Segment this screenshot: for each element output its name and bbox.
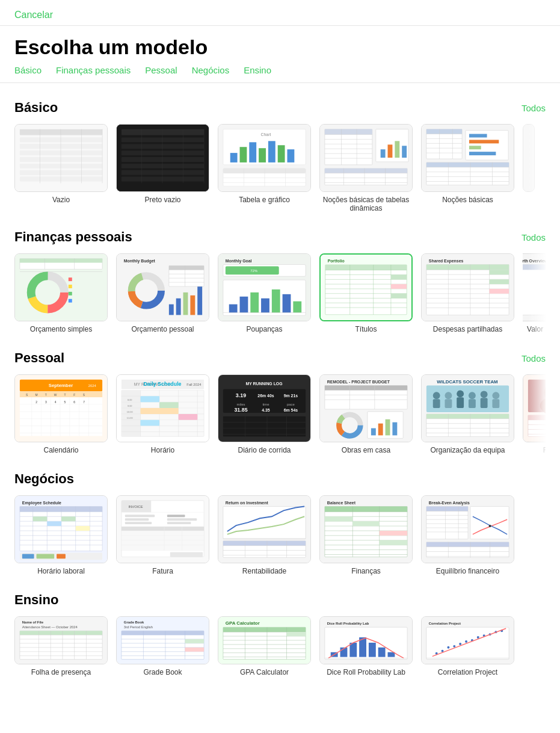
template-equilibrio[interactable]: Break-Even Analysis [421, 495, 514, 575]
template-titulos[interactable]: Portfolio [319, 253, 413, 333]
svg-text:Balance Sheet: Balance Sheet [327, 501, 356, 505]
template-horario-laboral[interactable]: Employee Schedule [14, 495, 108, 575]
svg-rect-356 [167, 518, 197, 521]
cancel-button[interactable]: Cancelar [14, 10, 53, 20]
template-thumb-bebe: Baby's First Year [523, 374, 546, 442]
svg-rect-105 [20, 259, 102, 263]
template-label-vazio: Vazio [52, 196, 70, 204]
svg-rect-84 [426, 162, 509, 167]
svg-rect-194 [20, 397, 102, 436]
svg-point-303 [544, 382, 546, 404]
svg-text:Dice Roll Probability Lab: Dice Roll Probability Lab [327, 622, 369, 625]
template-thumb-orcamento-pessoal: Monthly Budget [116, 253, 209, 321]
page-title: Escolha um modelo [14, 36, 546, 59]
section-pessoal-todos[interactable]: Todos [522, 353, 546, 363]
section-financas-row: Budget [14, 253, 546, 333]
template-obras-casa[interactable]: REMODEL - PROJECT BUDGET [319, 374, 413, 454]
template-fatura[interactable]: INVOICE [116, 495, 209, 575]
svg-text:Shared Expenses: Shared Expenses [429, 259, 464, 264]
section-financas-todos[interactable]: Todos [522, 232, 546, 243]
svg-rect-425 [20, 631, 102, 635]
nav-ensino[interactable]: Ensino [244, 65, 271, 75]
nav-basico[interactable]: Básico [14, 65, 42, 75]
thumb-svg-rentabilidade: Return on Investment [218, 495, 310, 563]
svg-rect-369 [223, 506, 306, 539]
template-label-tabela: Tabela e gráfico [239, 196, 290, 204]
template-dice[interactable]: Dice Roll Probability Lab [319, 616, 413, 676]
thumb-svg-tabela: Chart [218, 124, 310, 192]
template-thumb-horario: MY RUNNING LOG Daily Schedule Fall 2024 [116, 374, 209, 442]
svg-text:Return on Investment: Return on Investment [226, 501, 269, 505]
template-gpa[interactable]: GPA Calculator [218, 616, 311, 676]
template-valor-liquido[interactable]: Net Worth Overview Valor líquido [523, 253, 546, 333]
section-basico-todos[interactable]: Todos [522, 103, 546, 113]
section-negocios: Negócios Employee Schedule [14, 471, 546, 575]
svg-rect-339 [33, 516, 48, 521]
template-vazio[interactable]: Vazio [14, 124, 108, 212]
template-diario-corrida[interactable]: MY RUNNING LOG 3.19 26m 40s 9m 21s miles… [218, 374, 311, 454]
template-thumb-fatura: INVOICE [116, 495, 209, 563]
template-thumb-dinamicas [319, 124, 413, 192]
template-orcamento-pessoal[interactable]: Monthly Budget [116, 253, 209, 333]
template-nocoes-dinamicas[interactable]: Noções básicas de tabelas dinâmicas [319, 124, 413, 212]
svg-text:8:00: 8:00 [128, 398, 132, 401]
svg-rect-61 [325, 169, 407, 173]
svg-rect-157 [391, 284, 407, 289]
nav-financas[interactable]: Finanças pessoais [56, 65, 131, 75]
svg-rect-34 [278, 145, 285, 162]
section-financas-header: Finanças pessoais Todos [14, 229, 546, 245]
template-rentabilidade[interactable]: Return on Investment [218, 495, 311, 575]
svg-text:72%: 72% [250, 269, 258, 273]
svg-rect-6 [20, 164, 102, 169]
nav-pessoal[interactable]: Pessoal [145, 65, 177, 75]
svg-rect-235 [140, 420, 159, 426]
svg-rect-80 [469, 140, 499, 143]
svg-rect-372 [223, 541, 306, 546]
template-label-rentabilidade: Rentabilidade [242, 567, 286, 575]
template-label-corrida: Diário de corrida [238, 446, 291, 454]
svg-point-280 [433, 392, 440, 399]
svg-point-484 [447, 646, 449, 649]
section-ensino-row: Name of File Attendance Sheet — October … [14, 616, 546, 676]
template-financas[interactable]: Balance Sheet [319, 495, 413, 575]
svg-rect-79 [469, 134, 487, 138]
template-tabela-grafico[interactable]: Chart [218, 124, 311, 212]
svg-rect-8 [20, 177, 102, 182]
template-label-obras: Obras em casa [342, 446, 390, 454]
template-nocoes-basicas[interactable]: Noções básicas [421, 124, 514, 212]
template-attendance[interactable]: Name of File Attendance Sheet — October … [14, 616, 108, 676]
svg-rect-30 [240, 147, 247, 162]
template-correlation[interactable]: Correlation Project [421, 616, 514, 676]
template-orcamento-simples[interactable]: Budget [14, 253, 108, 333]
template-grade-book[interactable]: Grade Book 3rd Period English [116, 616, 209, 676]
template-bebe[interactable]: Baby's First Year [523, 374, 546, 454]
thumb-svg-calendario: September 2024 S M T W T F S [15, 374, 107, 442]
section-basico-header: Básico Todos [14, 100, 546, 116]
svg-rect-136 [272, 289, 280, 312]
svg-rect-342 [76, 526, 90, 531]
svg-rect-18 [122, 157, 204, 162]
template-calendario[interactable]: September 2024 S M T W T F S [14, 374, 108, 454]
nav-negocios[interactable]: Negócios [192, 65, 230, 75]
svg-rect-234 [179, 414, 198, 420]
template-thumb-basicas [421, 124, 514, 192]
svg-text:26m 40s: 26m 40s [257, 394, 274, 398]
svg-rect-7 [20, 170, 102, 175]
template-preto-vazio[interactable]: Preto vazio [116, 124, 209, 212]
thumb-svg-financas: Balance Sheet [320, 495, 412, 563]
template-horario[interactable]: MY RUNNING LOG Daily Schedule Fall 2024 [116, 374, 209, 454]
svg-text:31.85: 31.85 [234, 407, 247, 413]
svg-rect-291 [492, 399, 499, 408]
template-poupancas[interactable]: Monthly Goal 72% [218, 253, 311, 333]
svg-text:pace: pace [287, 403, 295, 406]
template-extra-basico[interactable] [523, 124, 535, 212]
svg-rect-180 [523, 264, 546, 315]
thumb-svg-extra [523, 124, 534, 192]
template-despesas[interactable]: Shared Expenses [421, 253, 514, 333]
template-label-bebe: Registo do bebé [543, 446, 546, 454]
svg-rect-262 [325, 385, 407, 390]
template-organizacao-equipa[interactable]: WILDCATS SOCCER TEAM [421, 374, 514, 454]
thumb-svg-poupancas: Monthly Goal 72% [218, 253, 310, 321]
template-thumb-rentabilidade: Return on Investment [218, 495, 311, 563]
svg-rect-354 [125, 522, 152, 524]
